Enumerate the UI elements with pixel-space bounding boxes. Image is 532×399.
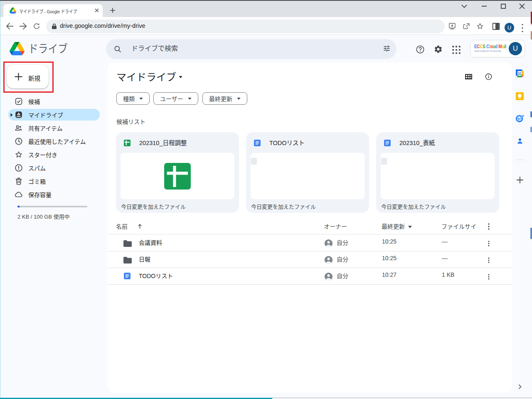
svg-text:31: 31 [518,71,522,76]
